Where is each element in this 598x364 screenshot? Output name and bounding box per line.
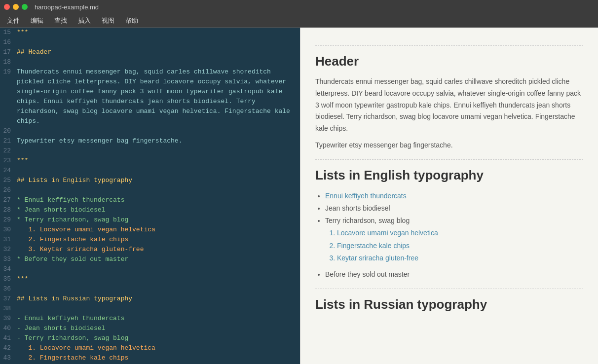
editor-line: 18 (0, 57, 300, 67)
line-content: Thundercats ennui messenger bag, squid c… (15, 67, 300, 77)
line-number (0, 87, 15, 97)
editor-line: 27* Ennui keffiyeh thundercats (0, 195, 300, 205)
line-number (0, 107, 15, 116)
editor-line: 38 (0, 304, 300, 314)
editor-line: 37## Lists in Russian typography (0, 294, 300, 304)
line-number: 35 (0, 274, 15, 284)
line-number: 43 (0, 353, 15, 363)
line-content (15, 146, 300, 156)
editor-line: 34 (0, 264, 300, 274)
line-content: chips. Ennui keffiyeh thundercats jean s… (15, 97, 300, 107)
line-content: 2. Fingerstache kale chips (15, 235, 300, 245)
line-content: pickled cliche letterpress. DIY beard lo… (15, 77, 300, 87)
editor-line: single-origin coffee fanny pack 3 wolf m… (0, 87, 300, 97)
list-item: Ennui keffiyeh thundercats (325, 190, 583, 202)
line-number: 41 (0, 333, 15, 343)
preview-para-1: Thundercats ennui messenger bag, squid c… (315, 76, 583, 135)
editor-line: chips. (0, 116, 300, 126)
line-number: 15 (0, 28, 15, 37)
editor-line: 15*** (0, 28, 300, 37)
editor-line: 41- Terry richardson, swag blog (0, 333, 300, 343)
preview-panel[interactable]: Header Thundercats ennui messenger bag, … (300, 28, 598, 364)
editor-line: 19Thundercats ennui messenger bag, squid… (0, 67, 300, 77)
list-item: Jean shorts biodiesel (325, 202, 583, 215)
line-content (15, 166, 300, 176)
preview-list-english: Ennui keffiyeh thundercats Jean shorts b… (325, 190, 583, 281)
minimize-button[interactable] (13, 4, 19, 10)
line-number: 38 (0, 304, 15, 314)
editor-line: 33* Before they sold out master (0, 255, 300, 264)
line-content: * Ennui keffiyeh thundercats (15, 195, 300, 205)
list-subitem: Keytar sriracha gluten-free (337, 252, 583, 264)
editor-line: 43 2. Fingerstache kale chips (0, 353, 300, 363)
line-content (15, 37, 300, 47)
line-number: 37 (0, 294, 15, 304)
line-content: single-origin coffee fanny pack 3 wolf m… (15, 87, 300, 97)
editor-line: 35*** (0, 274, 300, 284)
editor-line: 30 1. Locavore umami vegan helvetica (0, 225, 300, 235)
line-content: ## Header (15, 47, 300, 57)
editor-line: 16 (0, 37, 300, 47)
line-number: 18 (0, 57, 15, 67)
line-number: 19 (0, 67, 15, 77)
line-content: 1. Locavore umami vegan helvetica (15, 343, 300, 353)
line-content: ## Lists in English typography (15, 176, 300, 185)
menu-view[interactable]: 视图 (97, 15, 119, 27)
list-subitem: Fingerstache kale chips (337, 240, 583, 252)
line-number (0, 97, 15, 107)
line-content (15, 264, 300, 274)
line-number: 30 (0, 225, 15, 235)
editor-panel[interactable]: 15***1617## Header1819Thundercats ennui … (0, 28, 300, 364)
line-number: 26 (0, 185, 15, 195)
menu-help[interactable]: 帮助 (120, 15, 143, 27)
editor-line: 28* Jean shorts biodiesel (0, 205, 300, 215)
line-number (0, 116, 15, 126)
preview-para-2: Typewriter etsy messenger bag fingerstac… (315, 140, 583, 151)
line-number: 17 (0, 47, 15, 57)
menu-file[interactable]: 文件 (2, 15, 25, 27)
maximize-button[interactable] (22, 4, 28, 10)
main-content: 15***1617## Header1819Thundercats ennui … (0, 28, 598, 364)
editor-line: 21Typewriter etsy messenger bag fingerst… (0, 136, 300, 146)
line-number: 29 (0, 215, 15, 225)
preview-heading-header: Header (315, 54, 583, 69)
editor-line: pickled cliche letterpress. DIY beard lo… (0, 77, 300, 87)
preview-heading-russian: Lists in Russian typography (315, 297, 583, 312)
line-content: * Jean shorts biodiesel (15, 205, 300, 215)
editor-line: 36 (0, 284, 300, 294)
line-number: 40 (0, 324, 15, 333)
editor-line: 23*** (0, 156, 300, 166)
close-button[interactable] (4, 4, 10, 10)
preview-heading-english: Lists in English typography (315, 168, 583, 183)
line-content: - Ennui keffiyeh thundercats (15, 314, 300, 324)
line-number: 31 (0, 235, 15, 245)
preview-divider-2 (315, 159, 583, 160)
editor-line: 39- Ennui keffiyeh thundercats (0, 314, 300, 324)
menu-find[interactable]: 查找 (49, 15, 72, 27)
line-content: * Before they sold out master (15, 255, 300, 264)
line-number: 39 (0, 314, 15, 324)
menu-insert[interactable]: 插入 (73, 15, 96, 27)
line-content: 2. Fingerstache kale chips (15, 353, 300, 363)
editor-line: chips. Ennui keffiyeh thundercats jean s… (0, 97, 300, 107)
preview-sublist-english: Locavore umami vegan helvetica Fingersta… (337, 227, 583, 264)
editor-line: 20 (0, 126, 300, 136)
line-number: 23 (0, 156, 15, 166)
window-title: haroopad-example.md (35, 3, 99, 11)
editor-line: 32 3. Keytar sriracha gluten-free (0, 245, 300, 255)
menu-edit[interactable]: 编辑 (26, 15, 48, 27)
line-number: 16 (0, 37, 15, 47)
list-item-before-they-sold: Before they sold out master (325, 268, 583, 281)
line-number: 20 (0, 126, 15, 136)
line-number: 28 (0, 205, 15, 215)
line-content (15, 284, 300, 294)
line-content: - Terry richardson, swag blog (15, 333, 300, 343)
line-number: 33 (0, 255, 15, 264)
line-content: 3. Keytar sriracha gluten-free (15, 245, 300, 255)
line-content: chips. (15, 116, 300, 126)
editor-line: 42 1. Locavore umami vegan helvetica (0, 343, 300, 353)
editor-line: richardson, swag blog locavore umami veg… (0, 107, 300, 116)
editor-line: 22 (0, 146, 300, 156)
line-content (15, 185, 300, 195)
line-content: *** (15, 28, 300, 37)
